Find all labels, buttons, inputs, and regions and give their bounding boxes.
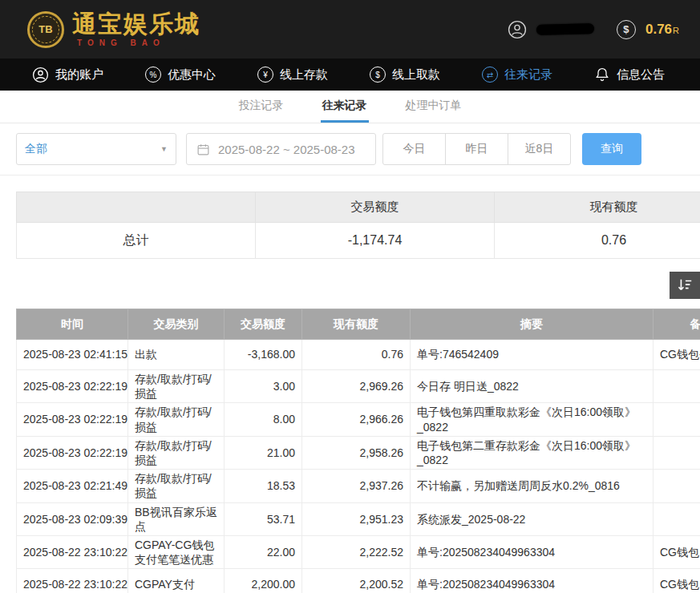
sort-descending-icon [676, 276, 694, 294]
nav-label: 往来记录 [504, 67, 552, 83]
cell-amount: 3.00 [225, 370, 302, 403]
nav-label: 信息公告 [617, 67, 665, 83]
cell-balance: 2,958.26 [302, 436, 411, 469]
header-time: 时间 [17, 309, 128, 340]
cell-summary: 单号:202508234049963304 [411, 535, 653, 568]
bell-icon [594, 67, 610, 83]
transfer-arrows-icon: ⇄ [482, 67, 498, 83]
yesterday-button[interactable]: 昨日 [445, 133, 508, 165]
cell-type: BB视讯百家乐返点 [128, 502, 225, 535]
cell-note: CG钱包 [653, 569, 700, 593]
sort-button[interactable] [670, 272, 700, 299]
cell-note: CG钱包 [653, 535, 700, 568]
cell-time: 2025-08-23 02:21:49 [17, 470, 128, 502]
cell-summary: 系统派发_2025-08-22 [411, 502, 653, 535]
table-row: 2025-08-23 02:09:39 BB视讯百家乐返点 53.71 2,95… [17, 502, 700, 535]
cell-amount: -3,168.00 [225, 340, 302, 370]
tab-betting-records[interactable]: 投注记录 [237, 91, 285, 123]
table-row: 2025-08-23 02:41:15 出款 -3,168.00 0.76 单号… [17, 340, 700, 370]
cell-time: 2025-08-23 02:41:15 [17, 340, 128, 370]
site-logo[interactable]: TB 通宝娱乐城 TONG BAO [27, 11, 200, 48]
tab-processing-orders[interactable]: 处理中订单 [404, 91, 463, 123]
nav-item-my-account[interactable]: 我的账户 [32, 67, 103, 83]
cell-summary: 电子钱包第四重取款彩金《次日16:00领取》_0822 [411, 403, 653, 436]
nav-label: 线上取款 [392, 67, 440, 83]
logo-title: 通宝娱乐城 [72, 11, 200, 37]
search-button[interactable]: 查询 [582, 133, 641, 165]
cell-type: 存款/取款/打码/损益 [128, 436, 225, 469]
header-summary: 摘要 [411, 309, 653, 340]
records-table: 时间 交易类别 交易额度 现有额度 摘要 备注 2025-08-23 02:41… [16, 309, 700, 593]
table-row: 2025-08-22 23:10:22 CGPAY支付 2,200.00 2,2… [17, 569, 700, 593]
user-icon[interactable] [508, 20, 527, 39]
nav-item-transaction-records[interactable]: ⇄ 往来记录 [482, 67, 552, 83]
balance-currency: R [673, 26, 679, 35]
nav-item-promotions[interactable]: % 优惠中心 [145, 67, 216, 83]
promo-icon: % [145, 67, 161, 83]
cell-amount: 53.71 [225, 502, 302, 535]
chevron-down-icon: ▼ [160, 145, 168, 153]
logo-subtitle: TONG BAO [72, 38, 200, 47]
record-tabs: 投注记录 往来记录 处理中订单 [0, 91, 700, 123]
cell-type: CGPAY支付 [128, 569, 225, 593]
header-note: 备注 [653, 309, 700, 340]
category-select[interactable]: 全部 ▼ [16, 133, 176, 165]
logo-text: 通宝娱乐城 TONG BAO [72, 11, 200, 47]
main-nav: 我的账户 % 优惠中心 ¥ 线上存款 $ 线上取款 ⇄ 往来记录 信息公告 [0, 58, 700, 91]
tab-transaction-records[interactable]: 往来记录 [321, 91, 369, 123]
cell-amount: 8.00 [225, 403, 302, 436]
cell-time: 2025-08-23 02:22:19 [17, 436, 128, 469]
nav-item-deposit[interactable]: ¥ 线上存款 [257, 67, 328, 83]
dollar-coin-icon: $ [617, 20, 636, 39]
header-type: 交易类别 [128, 309, 225, 340]
top-header: TB 通宝娱乐城 TONG BAO $ 0.76R [0, 0, 700, 58]
cell-balance: 2,966.26 [302, 403, 411, 436]
cell-summary: 电子钱包第二重存款彩金《次日16:00领取》_0822 [411, 436, 653, 469]
account-area: $ 0.76R [508, 20, 679, 39]
nav-label: 优惠中心 [168, 67, 216, 83]
cell-amount: 18.53 [225, 470, 302, 502]
cell-type: 存款/取款/打码/损益 [128, 403, 225, 436]
summary-total-label: 总计 [17, 223, 256, 259]
redacted-username [536, 23, 594, 35]
cell-type: 存款/取款/打码/损益 [128, 470, 225, 502]
summary-section: 交易额度 现有额度 总计 -1,174.74 0.76 [0, 175, 700, 259]
cell-note [653, 502, 700, 535]
cell-amount: 21.00 [225, 436, 302, 469]
cell-time: 2025-08-23 02:09:39 [17, 502, 128, 535]
summary-table: 交易额度 现有额度 总计 -1,174.74 0.76 [16, 192, 700, 259]
cell-note: CG钱包-24 [653, 340, 700, 370]
table-row: 2025-08-22 23:10:22 CGPAY-CG钱包支付笔笔送优惠 22… [17, 535, 700, 568]
quick-date-group: 今日 昨日 近8日 [382, 133, 571, 165]
summary-header-empty [17, 192, 256, 223]
today-button[interactable]: 今日 [382, 133, 446, 165]
cell-note [653, 470, 700, 502]
filter-bar: 全部 ▼ 2025-08-22 ~ 2025-08-23 今日 昨日 近8日 查… [0, 123, 700, 175]
withdraw-coin-icon: $ [370, 67, 386, 83]
cell-summary: 单号:746542409 [411, 340, 653, 370]
cell-summary: 不计输赢，另加赠送周周反水0.2%_0816 [411, 470, 653, 502]
header-amount: 交易额度 [225, 309, 302, 340]
cell-balance: 0.76 [302, 340, 411, 370]
cell-balance: 2,951.23 [302, 502, 411, 535]
table-row: 2025-08-23 02:22:19 存款/取款/打码/损益 8.00 2,9… [17, 403, 700, 436]
table-row: 2025-08-23 02:22:19 存款/取款/打码/损益 3.00 2,9… [17, 370, 700, 403]
summary-header-transaction: 交易额度 [256, 192, 495, 223]
summary-total-row: 总计 -1,174.74 0.76 [17, 223, 700, 259]
deposit-coin-icon: ¥ [257, 67, 273, 83]
balance-amount: 0.76R [645, 22, 679, 38]
casino-chip-icon: TB [27, 11, 64, 48]
header-balance: 现有额度 [302, 309, 411, 340]
date-range-input[interactable]: 2025-08-22 ~ 2025-08-23 [186, 133, 376, 165]
nav-item-announcements[interactable]: 信息公告 [594, 67, 665, 83]
user-circle-icon [32, 67, 49, 83]
cell-amount: 2,200.00 [225, 569, 302, 593]
calendar-icon [196, 143, 210, 156]
table-row: 2025-08-23 02:22:19 存款/取款/打码/损益 21.00 2,… [17, 436, 700, 469]
cell-note [653, 436, 700, 469]
cell-balance: 2,222.52 [302, 535, 411, 568]
cell-type: 存款/取款/打码/损益 [128, 370, 225, 403]
last-8-days-button[interactable]: 近8日 [508, 133, 571, 165]
nav-item-withdraw[interactable]: $ 线上取款 [370, 67, 440, 83]
nav-label: 线上存款 [280, 67, 328, 83]
